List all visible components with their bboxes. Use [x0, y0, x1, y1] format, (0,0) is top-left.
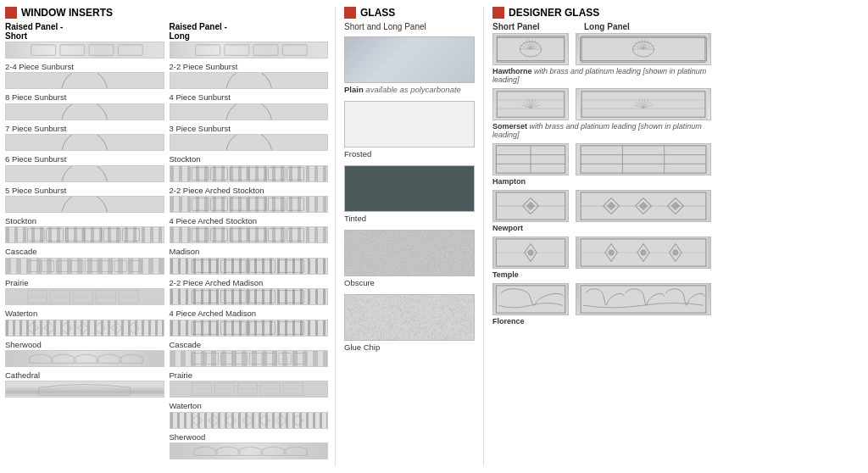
window-inserts-section: WINDOW INSERTS Raised Panel - Short 2-4 … [5, 7, 336, 466]
svg-point-216 [632, 42, 654, 57]
svg-line-209 [638, 40, 643, 49]
insert-pattern [170, 350, 329, 367]
designer-glass-images [492, 88, 863, 120]
glass-swatch [344, 294, 475, 341]
insert-label: 2-2 Piece Sunburst [170, 62, 329, 71]
designer-glass-title: DESIGNER GLASS [492, 7, 863, 19]
glass-label: Glue Chip [344, 342, 475, 352]
designer-glass-label: DESIGNER GLASS [509, 7, 599, 19]
svg-rect-64 [47, 229, 64, 241]
insert-pattern [170, 442, 329, 459]
svg-rect-167 [220, 353, 232, 364]
designer-glass-images [492, 283, 863, 315]
insert-pattern [170, 72, 329, 89]
long-panel-header: Long Panel [584, 22, 726, 31]
insert-pattern [5, 350, 164, 367]
insert-item: Waterton [170, 401, 329, 428]
svg-rect-142 [210, 198, 227, 210]
insert-pattern [5, 288, 164, 305]
svg-rect-150 [248, 229, 265, 241]
insert-label: Waterton [5, 309, 164, 318]
svg-rect-154 [220, 260, 246, 272]
designer-glass-short-img [492, 236, 569, 269]
insert-label: Cascade [170, 340, 329, 349]
svg-marker-93 [128, 322, 139, 333]
svg-rect-166 [206, 353, 218, 364]
designer-glass-row: Florence [492, 283, 863, 326]
insert-pattern [5, 165, 164, 182]
svg-rect-172 [292, 353, 304, 364]
svg-rect-137 [230, 167, 247, 179]
svg-rect-282 [579, 284, 708, 314]
glass-item: Glue Chip [344, 294, 475, 352]
svg-rect-96 [224, 45, 248, 56]
svg-line-208 [635, 42, 643, 49]
insert-label: Madison [170, 247, 329, 256]
insert-label: 2-2 Piece Arched Madison [170, 278, 329, 287]
insert-pattern [170, 103, 329, 120]
svg-rect-94 [195, 45, 220, 56]
insert-label: Waterton [170, 401, 329, 410]
insert-label: 6 Piece Sunburst [5, 154, 164, 164]
glass-label: Frosted [344, 149, 475, 159]
svg-rect-157 [192, 291, 217, 303]
svg-rect-162 [220, 321, 246, 333]
svg-rect-63 [27, 229, 44, 241]
insert-label: Prairie [5, 278, 164, 287]
svg-rect-156 [278, 260, 303, 272]
insert-item [5, 42, 164, 58]
svg-line-213 [643, 42, 652, 49]
svg-marker-90 [78, 322, 89, 333]
insert-pattern [5, 320, 164, 337]
svg-rect-100 [282, 45, 307, 56]
title-square-icon [5, 7, 17, 19]
insert-pattern [5, 103, 164, 120]
insert-pattern [170, 42, 329, 58]
svg-line-199 [531, 40, 536, 49]
insert-label: Stockton [170, 154, 329, 164]
window-inserts-title: WINDOW INSERTS [5, 7, 328, 19]
designer-glass-short-img [492, 283, 569, 315]
insert-item: 2-2 Piece Sunburst [170, 62, 329, 89]
svg-rect-192 [497, 36, 565, 62]
insert-item: Sherwood [170, 432, 329, 459]
svg-line-201 [531, 46, 541, 49]
insert-label: 5 Piece Sunburst [5, 186, 164, 195]
insert-item: Prairie [170, 370, 329, 398]
svg-rect-169 [249, 353, 261, 364]
svg-rect-164 [278, 321, 303, 333]
svg-rect-165 [192, 353, 203, 364]
svg-point-203 [520, 42, 541, 57]
svg-rect-140 [287, 167, 303, 179]
svg-marker-91 [94, 322, 105, 333]
insert-pattern [5, 381, 164, 398]
designer-glass-long-img [576, 236, 711, 269]
designer-glass-row: Hawthorne with brass and platinum leadin… [492, 33, 863, 84]
inserts-col-2: Raised Panel - Long 2-2 Piece Sunburst4 … [170, 22, 329, 463]
svg-rect-136 [210, 167, 227, 179]
svg-rect-143 [230, 198, 247, 210]
glass-item: Frosted [344, 101, 475, 159]
insert-item: 2-2 Piece Arched Stockton [170, 186, 329, 213]
glass-swatch [344, 36, 475, 83]
glass-label: Plain available as polycarbonate [344, 85, 475, 94]
insert-item: 4 Piece Arched Stockton [170, 216, 329, 243]
insert-label: 4 Piece Arched Stockton [170, 216, 329, 225]
insert-pattern [170, 134, 329, 151]
insert-item: Stockton [170, 154, 329, 181]
insert-pattern [170, 412, 329, 429]
svg-rect-0 [31, 45, 56, 56]
svg-marker-183 [192, 415, 203, 426]
svg-rect-147 [192, 229, 209, 241]
inserts-columns: Raised Panel - Short 2-4 Piece Sunburst8… [5, 22, 328, 463]
svg-rect-2 [60, 45, 85, 56]
designer-glass-row: Somerset with brass and platinum leading… [492, 88, 863, 139]
svg-rect-4 [89, 45, 114, 56]
designer-glass-images [492, 33, 863, 65]
glass-title-square-icon [344, 7, 356, 19]
svg-rect-68 [123, 229, 140, 241]
glass-label: Obscure [344, 278, 475, 287]
glass-swatch [344, 230, 475, 276]
designer-glass-desc: Temple [492, 270, 713, 279]
insert-pattern [170, 258, 329, 275]
